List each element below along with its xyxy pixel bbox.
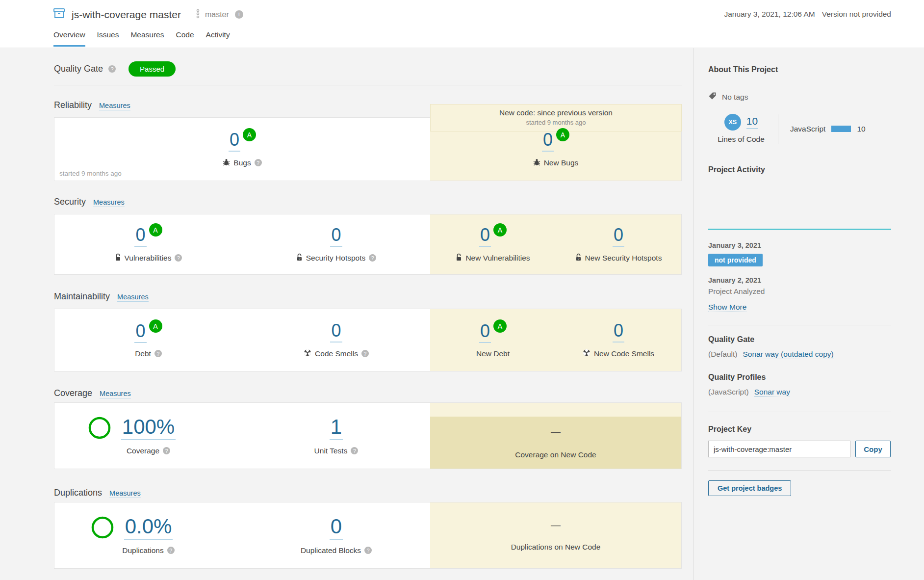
vulnerabilities-value[interactable]: 0 [134,226,146,247]
help-icon[interactable]: ? [369,254,376,262]
help-icon[interactable]: ? [255,159,262,166]
about-title: About This Project [708,65,891,74]
debt-rating-badge[interactable]: A [149,319,162,333]
section-title: Duplications [54,488,102,498]
branch-add-icon[interactable]: + [235,10,243,19]
project-tabs: Overview Issues Measures Code Activity [53,30,230,47]
section-title: Security [54,197,86,207]
duplications-value[interactable]: 0.0% [124,516,173,540]
metric-duplications: 0.0% Duplications ? [54,502,242,568]
loc-label: Lines of Code [718,135,765,144]
security-card: 0 A Vulnerabilities ? 0 ? Secur [54,214,682,275]
tab-code[interactable]: Code [176,30,194,47]
debt-value[interactable]: 0 [134,322,146,343]
activity-sparkline [708,180,891,230]
coverage-on-new-code-value: — [551,426,561,438]
new-security-hotspots-label: New Security Hotspots [585,254,662,263]
branch-icon [196,9,200,21]
help-icon[interactable]: ? [364,547,372,554]
overview-content: Quality Gate ? Passed New code: since pr… [54,48,682,569]
section-coverage: Coverage Measures 100% Coverage ? [54,388,682,469]
section-reliability: New code: since previous version started… [54,100,682,181]
analysis-date: January 3, 2021, 12:06 AM [724,10,815,19]
tab-activity[interactable]: Activity [206,30,230,47]
help-icon[interactable]: ? [175,254,182,262]
section-maintainability: Maintainability Measures 0 A Debt ? [54,291,682,371]
size-rating-badge: XS [724,114,741,131]
show-more-link[interactable]: Show More [708,303,746,312]
divider [54,85,682,85]
metric-new-debt: 0 A New Debt [430,309,556,371]
sidebar-quality-gate-title: Quality Gate [708,335,891,344]
coverage-value[interactable]: 100% [121,417,176,440]
new-bugs-value[interactable]: 0 [542,131,554,152]
measures-link[interactable]: Measures [109,489,141,498]
metric-duplicated-blocks: 0 Duplicated Blocks ? [242,502,430,568]
branch-selector[interactable]: master + [196,9,243,21]
new-code-smells-label: New Code Smells [594,349,654,358]
tags-row[interactable]: No tags [708,92,891,102]
coverage-on-new-code-box: — Coverage on New Code [430,417,681,469]
coverage-card: 100% Coverage ? 1 Unit Tests ? [54,402,682,469]
analysis-meta: January 3, 2021, 12:06 AM Version not pr… [724,10,891,19]
section-title: Coverage [54,388,92,398]
new-debt-rating-badge[interactable]: A [493,319,507,333]
measures-link[interactable]: Measures [117,293,149,302]
help-icon[interactable]: ? [163,447,170,454]
vulnerabilities-rating-badge[interactable]: A [149,223,162,237]
code-smells-value[interactable]: 0 [330,322,342,343]
measures-link[interactable]: Measures [99,102,130,110]
help-icon[interactable]: ? [108,65,116,73]
event-date: January 3, 2021 [708,241,891,249]
copy-button[interactable]: Copy [855,441,891,457]
help-icon[interactable]: ? [351,447,358,454]
leak-period-note: started 9 months ago [59,170,122,177]
help-icon[interactable]: ? [154,350,162,357]
project-info-sidebar: About This Project No tags XS 10 Lines o… [693,48,924,580]
help-icon[interactable]: ? [167,547,175,554]
code-smell-icon [583,349,590,359]
measures-link[interactable]: Measures [100,390,131,398]
new-security-hotspots-value[interactable]: 0 [613,226,624,247]
get-project-badges-button[interactable]: Get project badges [708,480,791,496]
section-security: Security Measures 0 A Vulnerabilities ? [54,197,682,275]
duplications-label: Duplications [122,546,163,555]
quality-gate-link[interactable]: Sonar way (outdated copy) [743,350,833,359]
security-hotspot-icon: ? [296,253,303,263]
divider [708,470,891,471]
activity-event: January 3, 2021 not provided [708,241,891,266]
tab-measures[interactable]: Measures [130,30,164,47]
project-key-input[interactable] [708,441,850,457]
bugs-rating-badge[interactable]: A [243,128,256,141]
quality-profile-link[interactable]: Sonar way [754,388,790,397]
metric-new-vulnerabilities: 0 A New Vulnerabilities [430,214,556,274]
tags-label: No tags [722,93,748,102]
event-label: Project Analyzed [708,287,891,296]
svg-text:?: ? [298,257,300,261]
activity-event: January 2, 2021 Project Analyzed [708,276,891,296]
new-code-smells-value[interactable]: 0 [613,322,624,343]
new-vulnerabilities-value[interactable]: 0 [479,226,491,247]
security-hotspots-value[interactable]: 0 [330,226,342,247]
new-debt-value[interactable]: 0 [479,322,491,343]
maintainability-card: 0 A Debt ? 0 Code Smells ? [54,309,682,371]
new-vulnerabilities-rating-badge[interactable]: A [493,223,507,237]
vulnerabilities-label: Vulnerabilities [125,254,172,263]
duplicated-blocks-label: Duplicated Blocks [301,546,361,555]
bugs-value[interactable]: 0 [229,131,240,152]
code-smell-icon [304,349,311,359]
tab-overview[interactable]: Overview [53,30,85,47]
metric-new-code-smells: 0 New Code Smells [556,309,681,371]
quality-profile-scope: (JavaScript) [708,388,749,396]
help-icon[interactable]: ? [361,350,369,357]
lock-icon [456,253,462,263]
measures-link[interactable]: Measures [93,198,125,207]
unit-tests-label: Unit Tests [314,447,348,455]
duplicated-blocks-value[interactable]: 0 [330,516,343,540]
loc-value[interactable]: 10 [746,115,758,129]
unit-tests-value[interactable]: 1 [330,417,343,440]
language-loc: 10 [857,125,865,133]
new-bugs-rating-badge[interactable]: A [556,128,569,141]
duplications-on-new-code-value: — [551,520,561,531]
tab-issues[interactable]: Issues [97,30,119,47]
